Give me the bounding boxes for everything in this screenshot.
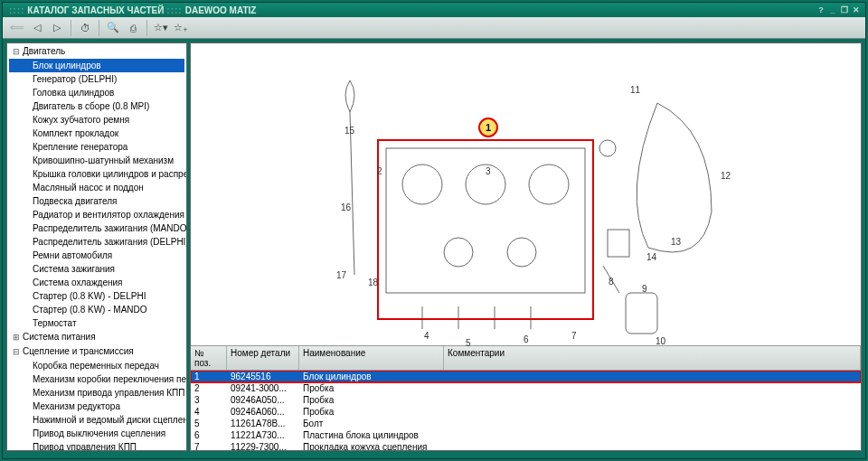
tree-item[interactable]: Стартер (0.8 KW) - DELPHI — [9, 289, 184, 303]
tree-item[interactable]: Генератор (DELPHI) — [9, 72, 184, 86]
parts-cell-num: 11229-7300... — [227, 441, 299, 450]
callout-marker-1[interactable]: 1 — [478, 118, 498, 137]
bookmark-button[interactable]: ☆▾ — [152, 19, 170, 37]
parts-cell-num: 09246A050... — [227, 394, 299, 406]
diagram-label: 6 — [524, 334, 529, 344]
col-comment[interactable]: Комментарии — [444, 346, 861, 370]
col-pos[interactable]: № поз. — [191, 346, 227, 370]
parts-row[interactable]: 209241-3000...Пробка — [191, 382, 861, 394]
nav-back-button[interactable]: ◁ — [28, 19, 46, 37]
tree-item[interactable]: Крепление генератора — [9, 140, 184, 154]
tree-item[interactable]: Головка цилиндров — [9, 86, 184, 99]
parts-cell-comm — [444, 418, 861, 429]
parts-row[interactable]: 196245516Блок цилиндров — [191, 371, 861, 382]
parts-row[interactable]: 511261A78B...Болт — [191, 418, 861, 429]
diagram-label: 12 — [721, 171, 731, 181]
tree-item[interactable]: Кожух зубчатого ремня — [9, 113, 184, 127]
tree-item[interactable]: Блок цилиндров — [9, 59, 184, 72]
diagram-label: 17 — [336, 270, 346, 280]
grip-icon: :::: — [166, 5, 182, 15]
diagram-label: 13 — [671, 237, 681, 247]
main-pane: 1 15 11 2 3 16 12 17 18 13 14 8 9 4 5 — [190, 42, 862, 451]
parts-table-header: № поз. Номер детали Наименование Коммент… — [191, 346, 861, 371]
tree-item[interactable]: Механизм редуктора — [9, 400, 184, 413]
diagram-label: 3 — [486, 166, 491, 176]
parts-table: № поз. Номер детали Наименование Коммент… — [191, 345, 861, 450]
bookmark-add-button[interactable]: ☆₊ — [172, 19, 190, 37]
parts-cell-pos: 7 — [191, 441, 227, 450]
tree-item[interactable]: Система зажигания — [9, 262, 184, 276]
print-button[interactable]: ⎙ — [124, 19, 142, 37]
parts-row[interactable]: 611221A730...Пластина блока цилиндров — [191, 429, 861, 441]
parts-cell-name: Пробка — [299, 406, 444, 418]
tree-item[interactable]: Подвеска двигателя — [9, 194, 184, 208]
parts-table-body[interactable]: 196245516Блок цилиндров209241-3000...Про… — [191, 371, 861, 450]
grip-icon: :::: — [9, 5, 24, 15]
diagram-label: 7 — [571, 331, 577, 341]
tree-item[interactable]: Комплект прокладок — [9, 127, 184, 140]
exploded-diagram[interactable]: 1 15 11 2 3 16 12 17 18 13 14 8 9 4 5 — [191, 43, 861, 345]
tree-item[interactable]: Стартер (0.8 KW) - MANDO — [9, 303, 184, 316]
svg-rect-6 — [626, 293, 657, 334]
diagram-label: 4 — [424, 331, 429, 341]
parts-row[interactable]: 309246A050...Пробка — [191, 394, 861, 406]
tree-item[interactable]: Термостат — [9, 316, 184, 330]
tree-item[interactable]: Система охлаждения — [9, 276, 184, 289]
parts-cell-num: 96245516 — [227, 371, 299, 382]
tree-item[interactable]: Крышка головки цилиндров и распредвал — [9, 167, 184, 181]
parts-cell-name: Блок цилиндров — [299, 371, 444, 382]
parts-cell-num: 11221A730... — [227, 429, 299, 441]
maximize-button[interactable]: ❐ — [839, 5, 850, 14]
parts-row[interactable]: 409246A060...Пробка — [191, 406, 861, 418]
help-button[interactable]: ? — [816, 5, 826, 14]
parts-row[interactable]: 711229-7300...Прокладка кожуха сцепления — [191, 441, 861, 450]
category-tree[interactable]: ДвигательБлок цилиндровГенератор (DELPHI… — [6, 42, 187, 451]
tree-item[interactable]: Двигатель в сборе (0.8 MPI) — [9, 99, 184, 113]
zoom-in-button[interactable]: 🔍 — [104, 19, 122, 37]
app-title-left: КАТАЛОГ ЗАПАСНЫХ ЧАСТЕЙ — [27, 5, 164, 15]
parts-cell-name: Пробка — [299, 394, 444, 406]
tree-item[interactable]: Нажимной и ведомый диски сцепления — [9, 413, 184, 427]
diagram-label: 15 — [344, 126, 354, 136]
tool-gauge-button[interactable]: ⏱ — [76, 19, 94, 37]
app-title-right: DAEWOO MATIZ — [185, 5, 257, 15]
parts-cell-comm — [444, 406, 861, 418]
diagram-label: 9 — [642, 284, 647, 294]
tree-item[interactable]: Привод управления КПП — [9, 440, 184, 451]
diagram-label: 8 — [609, 277, 614, 287]
nav-fwd-button[interactable]: ▷ — [48, 19, 66, 37]
parts-cell-comm — [444, 394, 861, 406]
tree-item[interactable]: Ремни автомобиля — [9, 249, 184, 262]
col-number[interactable]: Номер детали — [227, 346, 299, 370]
tree-item[interactable]: Распределитель зажигания (MANDO) — [9, 221, 184, 235]
parts-cell-name: Прокладка кожуха сцепления — [299, 441, 444, 450]
tree-item[interactable]: Механизм коробки переключения передач — [9, 372, 184, 386]
parts-cell-comm — [444, 441, 861, 450]
parts-cell-pos: 6 — [191, 429, 227, 441]
svg-rect-7 — [608, 230, 629, 257]
tree-item[interactable]: Двигатель — [9, 44, 184, 59]
diagram-label: 16 — [341, 202, 351, 212]
parts-cell-num: 09246A060... — [227, 406, 299, 418]
tree-item[interactable]: Привод выключения сцепления — [9, 427, 184, 440]
diagram-label: 10 — [656, 336, 665, 346]
parts-cell-comm — [444, 371, 861, 382]
diagram-label: 5 — [466, 338, 471, 348]
tree-item[interactable]: Система питания — [9, 330, 184, 344]
parts-cell-comm — [444, 382, 861, 394]
tree-item[interactable]: Распределитель зажигания (DELPHI) — [9, 235, 184, 249]
parts-cell-pos: 1 — [191, 371, 227, 382]
tree-item[interactable]: Коробка переменных передач — [9, 359, 184, 372]
parts-cell-pos: 5 — [191, 418, 227, 429]
tree-item[interactable]: Масляный насос и поддон — [9, 181, 184, 194]
col-name[interactable]: Наименование — [299, 346, 444, 370]
tree-item[interactable]: Радиатор и вентилятор охлаждения — [9, 208, 184, 221]
tree-item[interactable]: Механизм привода управления КПП — [9, 386, 184, 400]
close-button[interactable]: ✕ — [851, 5, 862, 14]
nav-back-far-button[interactable]: ⟸ — [8, 19, 26, 37]
toolbar: ⟸ ◁ ▷ ⏱ 🔍 ⎙ ☆▾ ☆₊ — [3, 17, 865, 39]
minimize-button[interactable]: _ — [827, 5, 838, 14]
parts-cell-pos: 2 — [191, 382, 227, 394]
tree-item[interactable]: Сцепление и трансмиссия — [9, 344, 184, 359]
tree-item[interactable]: Кривошипно-шатунный механизм — [9, 154, 184, 167]
